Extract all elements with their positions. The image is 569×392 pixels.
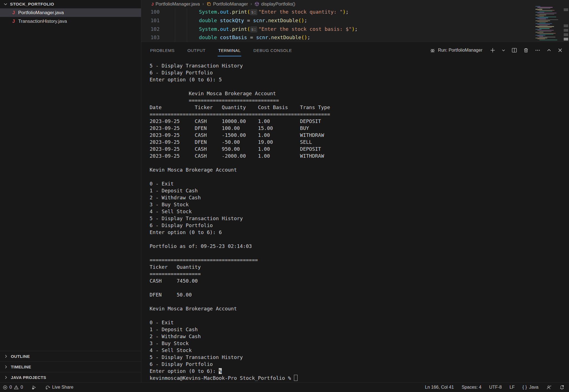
breadcrumb-item[interactable]: PortfolioManager	[207, 1, 248, 7]
editor-scrollbar[interactable]	[563, 0, 569, 42]
sidebar-section-timeline[interactable]: TIMELINE	[0, 361, 141, 372]
tab-terminal[interactable]: TERMINAL	[218, 46, 241, 54]
sidebar-bottom-sections: OUTLINETIMELINEJAVA PROJECTS	[0, 351, 141, 383]
error-count: 0	[9, 385, 12, 390]
breadcrumb: JPortfolioManager.java›PortfolioManager›…	[141, 0, 569, 8]
code-lines: 100 System.out.print(s:"Enter the stock …	[141, 8, 569, 42]
launch-profile-chevron-icon[interactable]	[501, 48, 506, 52]
editor-area[interactable]: JPortfolioManager.java›PortfolioManager›…	[141, 0, 569, 42]
line-number: 101	[143, 16, 160, 25]
vscode-window: { "sidebar": { "project": "STOCK_PORTFOL…	[0, 0, 569, 392]
accounts-icon	[546, 385, 552, 390]
class-icon	[207, 2, 211, 6]
code-line-103: 103 double costBasis = scnr.nextDouble()…	[141, 33, 569, 42]
warning-count: 0	[21, 385, 23, 390]
project-root-row[interactable]: STOCK_PORTFOLIO	[0, 0, 141, 8]
section-label: JAVA PROJECTS	[11, 375, 46, 380]
file-label: TransactionHistory.java	[18, 19, 67, 24]
live-share-status[interactable]: Live Share	[45, 385, 74, 390]
java-file-icon: J	[12, 19, 15, 24]
eol-status[interactable]: LF	[510, 385, 515, 390]
file-label: PortfolioManager.java	[18, 10, 64, 16]
new-terminal-icon[interactable]	[490, 47, 496, 53]
language-mode-status[interactable]: { } Java	[522, 385, 538, 390]
explorer-sidebar: STOCK_PORTFOLIO JPortfolioManager.javaJT…	[0, 0, 141, 383]
tab-problems[interactable]: PROBLEMS	[150, 46, 175, 54]
indentation-status[interactable]: Spaces: 4	[462, 385, 481, 390]
section-label: OUTLINE	[11, 354, 30, 359]
terminal-cursor	[294, 375, 298, 381]
sidebar-section-java-projects[interactable]: JAVA PROJECTS	[0, 372, 141, 383]
java-file-icon: J	[12, 10, 15, 16]
braces-icon: { }	[522, 385, 527, 390]
sidebar-section-outline[interactable]: OUTLINE	[0, 351, 141, 361]
run-terminal-name: Run: PortfolioManager	[438, 48, 482, 53]
code-line-100: 100 System.out.print(s:"Enter the stock …	[141, 8, 569, 16]
problems-status[interactable]: 0 0	[3, 385, 23, 390]
line-number: 103	[143, 33, 160, 42]
project-name: STOCK_PORTFOLIO	[10, 2, 54, 7]
tab-output[interactable]: OUTPUT	[187, 46, 206, 54]
more-actions-icon[interactable]	[535, 47, 541, 53]
panel-actions: Run: PortfolioManager	[430, 42, 563, 59]
file-row-TransactionHistory.java[interactable]: JTransactionHistory.java	[0, 17, 141, 26]
debug-bug-icon	[430, 47, 435, 53]
tab-debug-console[interactable]: DEBUG CONSOLE	[253, 46, 293, 54]
maximize-panel-chevron-up-icon[interactable]	[546, 47, 552, 53]
terminal-output[interactable]: 5 - Display Transaction History 6 - Disp…	[150, 62, 330, 381]
partial-line-marker: %	[219, 368, 222, 374]
live-share-icon	[45, 385, 50, 390]
explorer-file-list: JPortfolioManager.javaJTransactionHistor…	[0, 8, 141, 26]
line-number: 100	[143, 8, 160, 16]
accounts-status[interactable]	[546, 385, 552, 390]
notifications-bell-icon	[559, 385, 565, 390]
errors-icon	[3, 385, 7, 390]
status-bar: 0 0 Live Share Ln 166, Col 41 Spaces: 4 …	[0, 382, 569, 392]
split-terminal-icon[interactable]	[511, 47, 517, 53]
code-line-102: 102 System.out.print(s:"Enter the stock …	[141, 25, 569, 34]
close-panel-icon[interactable]	[557, 47, 563, 53]
notifications-status[interactable]	[559, 385, 565, 390]
section-label: TIMELINE	[11, 365, 31, 369]
cursor-position-status[interactable]: Ln 166, Col 41	[425, 385, 454, 390]
code-line-101: 101 double stockQty = scnr.nextDouble();	[141, 16, 569, 25]
breadcrumb-item[interactable]: displayPortfolio()	[255, 1, 295, 7]
warnings-icon	[14, 385, 19, 390]
minimap[interactable]	[534, 6, 561, 41]
breadcrumb-item[interactable]: JPortfolioManager.java	[151, 1, 200, 7]
panel-tabs: PROBLEMSOUTPUTTERMINALDEBUG CONSOLE	[150, 46, 293, 54]
breadcrumb-separator: ›	[250, 1, 252, 7]
chevron-right-icon	[4, 365, 8, 369]
debug-run-status[interactable]	[31, 385, 37, 390]
bottom-panel: PROBLEMSOUTPUTTERMINALDEBUG CONSOLE Run:…	[141, 42, 569, 383]
chevron-right-icon	[4, 354, 8, 358]
terminal-instance-label[interactable]: Run: PortfolioManager	[430, 47, 482, 53]
debug-run-icon	[31, 385, 37, 390]
live-share-label: Live Share	[52, 385, 74, 390]
encoding-status[interactable]: UTF-8	[489, 385, 502, 390]
method-icon	[255, 2, 259, 6]
chevron-right-icon	[4, 375, 8, 380]
line-number: 102	[143, 25, 160, 34]
chevron-down-icon	[3, 2, 8, 6]
java-file-icon: J	[151, 2, 153, 6]
kill-terminal-trash-icon[interactable]	[523, 47, 529, 53]
panel-header: PROBLEMSOUTPUTTERMINALDEBUG CONSOLE Run:…	[141, 42, 569, 59]
file-row-PortfolioManager.java[interactable]: JPortfolioManager.java	[0, 8, 141, 17]
breadcrumb-separator: ›	[202, 1, 204, 7]
